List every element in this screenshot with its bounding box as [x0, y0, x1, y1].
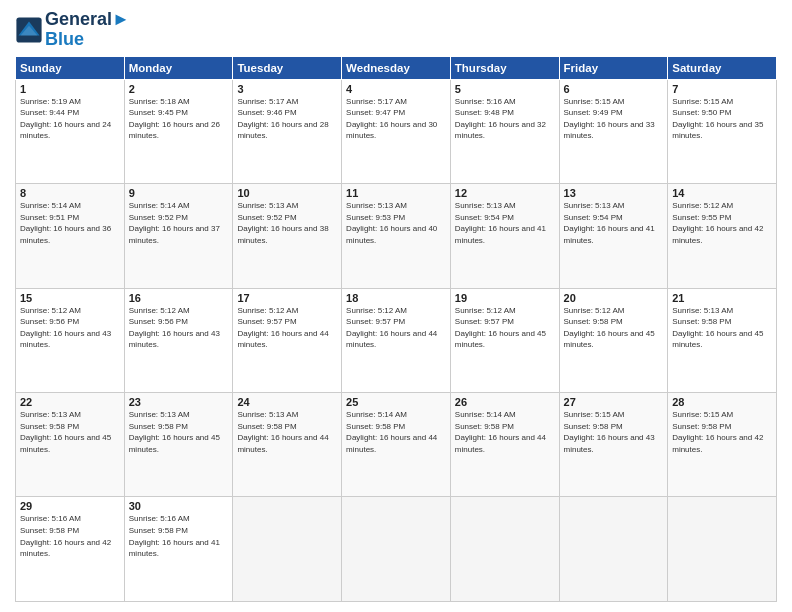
day-info: Sunrise: 5:13 AMSunset: 9:58 PMDaylight:…: [672, 305, 772, 351]
calendar-cell: 14Sunrise: 5:12 AMSunset: 9:55 PMDayligh…: [668, 184, 777, 288]
calendar-cell: 6Sunrise: 5:15 AMSunset: 9:49 PMDaylight…: [559, 79, 668, 183]
day-info: Sunrise: 5:16 AMSunset: 9:58 PMDaylight:…: [20, 513, 120, 559]
day-number: 7: [672, 83, 772, 95]
day-number: 15: [20, 292, 120, 304]
day-info: Sunrise: 5:13 AMSunset: 9:52 PMDaylight:…: [237, 200, 337, 246]
day-info: Sunrise: 5:13 AMSunset: 9:53 PMDaylight:…: [346, 200, 446, 246]
day-number: 30: [129, 500, 229, 512]
calendar-cell: 1Sunrise: 5:19 AMSunset: 9:44 PMDaylight…: [16, 79, 125, 183]
calendar-header-friday: Friday: [559, 56, 668, 79]
day-number: 28: [672, 396, 772, 408]
day-number: 1: [20, 83, 120, 95]
day-number: 9: [129, 187, 229, 199]
day-number: 27: [564, 396, 664, 408]
page: General► Blue SundayMondayTuesdayWednesd…: [0, 0, 792, 612]
logo: General► Blue: [15, 10, 130, 50]
day-number: 20: [564, 292, 664, 304]
day-number: 8: [20, 187, 120, 199]
calendar-table: SundayMondayTuesdayWednesdayThursdayFrid…: [15, 56, 777, 602]
calendar-cell: 7Sunrise: 5:15 AMSunset: 9:50 PMDaylight…: [668, 79, 777, 183]
day-number: 18: [346, 292, 446, 304]
day-number: 22: [20, 396, 120, 408]
day-info: Sunrise: 5:13 AMSunset: 9:54 PMDaylight:…: [455, 200, 555, 246]
day-info: Sunrise: 5:15 AMSunset: 9:49 PMDaylight:…: [564, 96, 664, 142]
day-number: 10: [237, 187, 337, 199]
day-number: 24: [237, 396, 337, 408]
calendar-cell: 26Sunrise: 5:14 AMSunset: 9:58 PMDayligh…: [450, 393, 559, 497]
calendar-cell: 23Sunrise: 5:13 AMSunset: 9:58 PMDayligh…: [124, 393, 233, 497]
day-info: Sunrise: 5:12 AMSunset: 9:56 PMDaylight:…: [129, 305, 229, 351]
day-number: 26: [455, 396, 555, 408]
day-number: 21: [672, 292, 772, 304]
day-info: Sunrise: 5:13 AMSunset: 9:58 PMDaylight:…: [237, 409, 337, 455]
calendar-cell: 2Sunrise: 5:18 AMSunset: 9:45 PMDaylight…: [124, 79, 233, 183]
day-info: Sunrise: 5:12 AMSunset: 9:58 PMDaylight:…: [564, 305, 664, 351]
calendar-cell: 18Sunrise: 5:12 AMSunset: 9:57 PMDayligh…: [342, 288, 451, 392]
calendar-cell: 29Sunrise: 5:16 AMSunset: 9:58 PMDayligh…: [16, 497, 125, 602]
calendar-cell: [668, 497, 777, 602]
calendar-cell: 24Sunrise: 5:13 AMSunset: 9:58 PMDayligh…: [233, 393, 342, 497]
calendar-cell: 11Sunrise: 5:13 AMSunset: 9:53 PMDayligh…: [342, 184, 451, 288]
day-info: Sunrise: 5:13 AMSunset: 9:54 PMDaylight:…: [564, 200, 664, 246]
calendar-cell: 17Sunrise: 5:12 AMSunset: 9:57 PMDayligh…: [233, 288, 342, 392]
calendar-cell: 4Sunrise: 5:17 AMSunset: 9:47 PMDaylight…: [342, 79, 451, 183]
calendar-cell: 28Sunrise: 5:15 AMSunset: 9:58 PMDayligh…: [668, 393, 777, 497]
day-number: 14: [672, 187, 772, 199]
day-number: 29: [20, 500, 120, 512]
day-number: 3: [237, 83, 337, 95]
calendar-cell: [450, 497, 559, 602]
calendar-cell: 5Sunrise: 5:16 AMSunset: 9:48 PMDaylight…: [450, 79, 559, 183]
logo-text: General► Blue: [45, 10, 130, 50]
calendar-header-row: SundayMondayTuesdayWednesdayThursdayFrid…: [16, 56, 777, 79]
calendar-cell: [342, 497, 451, 602]
day-number: 12: [455, 187, 555, 199]
day-info: Sunrise: 5:16 AMSunset: 9:58 PMDaylight:…: [129, 513, 229, 559]
day-info: Sunrise: 5:14 AMSunset: 9:52 PMDaylight:…: [129, 200, 229, 246]
day-number: 25: [346, 396, 446, 408]
calendar-cell: 21Sunrise: 5:13 AMSunset: 9:58 PMDayligh…: [668, 288, 777, 392]
day-info: Sunrise: 5:14 AMSunset: 9:58 PMDaylight:…: [346, 409, 446, 455]
day-info: Sunrise: 5:12 AMSunset: 9:57 PMDaylight:…: [237, 305, 337, 351]
day-number: 13: [564, 187, 664, 199]
calendar-week-3: 15Sunrise: 5:12 AMSunset: 9:56 PMDayligh…: [16, 288, 777, 392]
calendar-cell: 20Sunrise: 5:12 AMSunset: 9:58 PMDayligh…: [559, 288, 668, 392]
calendar-body: 1Sunrise: 5:19 AMSunset: 9:44 PMDaylight…: [16, 79, 777, 601]
calendar-header-sunday: Sunday: [16, 56, 125, 79]
day-info: Sunrise: 5:18 AMSunset: 9:45 PMDaylight:…: [129, 96, 229, 142]
calendar-header-tuesday: Tuesday: [233, 56, 342, 79]
calendar-cell: 25Sunrise: 5:14 AMSunset: 9:58 PMDayligh…: [342, 393, 451, 497]
calendar-header-thursday: Thursday: [450, 56, 559, 79]
day-number: 11: [346, 187, 446, 199]
day-info: Sunrise: 5:12 AMSunset: 9:56 PMDaylight:…: [20, 305, 120, 351]
calendar-week-5: 29Sunrise: 5:16 AMSunset: 9:58 PMDayligh…: [16, 497, 777, 602]
day-info: Sunrise: 5:15 AMSunset: 9:50 PMDaylight:…: [672, 96, 772, 142]
calendar-header-wednesday: Wednesday: [342, 56, 451, 79]
day-number: 5: [455, 83, 555, 95]
day-info: Sunrise: 5:14 AMSunset: 9:51 PMDaylight:…: [20, 200, 120, 246]
calendar-cell: 15Sunrise: 5:12 AMSunset: 9:56 PMDayligh…: [16, 288, 125, 392]
calendar-week-4: 22Sunrise: 5:13 AMSunset: 9:58 PMDayligh…: [16, 393, 777, 497]
day-info: Sunrise: 5:15 AMSunset: 9:58 PMDaylight:…: [564, 409, 664, 455]
calendar-header-saturday: Saturday: [668, 56, 777, 79]
calendar-cell: 13Sunrise: 5:13 AMSunset: 9:54 PMDayligh…: [559, 184, 668, 288]
day-number: 16: [129, 292, 229, 304]
calendar-week-2: 8Sunrise: 5:14 AMSunset: 9:51 PMDaylight…: [16, 184, 777, 288]
day-info: Sunrise: 5:15 AMSunset: 9:58 PMDaylight:…: [672, 409, 772, 455]
calendar-cell: 19Sunrise: 5:12 AMSunset: 9:57 PMDayligh…: [450, 288, 559, 392]
calendar-cell: 8Sunrise: 5:14 AMSunset: 9:51 PMDaylight…: [16, 184, 125, 288]
calendar-header-monday: Monday: [124, 56, 233, 79]
calendar-week-1: 1Sunrise: 5:19 AMSunset: 9:44 PMDaylight…: [16, 79, 777, 183]
day-info: Sunrise: 5:12 AMSunset: 9:57 PMDaylight:…: [455, 305, 555, 351]
calendar-cell: [233, 497, 342, 602]
calendar-cell: 9Sunrise: 5:14 AMSunset: 9:52 PMDaylight…: [124, 184, 233, 288]
day-info: Sunrise: 5:13 AMSunset: 9:58 PMDaylight:…: [129, 409, 229, 455]
day-number: 17: [237, 292, 337, 304]
day-info: Sunrise: 5:17 AMSunset: 9:46 PMDaylight:…: [237, 96, 337, 142]
day-number: 19: [455, 292, 555, 304]
calendar-cell: 3Sunrise: 5:17 AMSunset: 9:46 PMDaylight…: [233, 79, 342, 183]
day-info: Sunrise: 5:19 AMSunset: 9:44 PMDaylight:…: [20, 96, 120, 142]
header: General► Blue: [15, 10, 777, 50]
day-number: 2: [129, 83, 229, 95]
logo-icon: [15, 16, 43, 44]
day-number: 23: [129, 396, 229, 408]
